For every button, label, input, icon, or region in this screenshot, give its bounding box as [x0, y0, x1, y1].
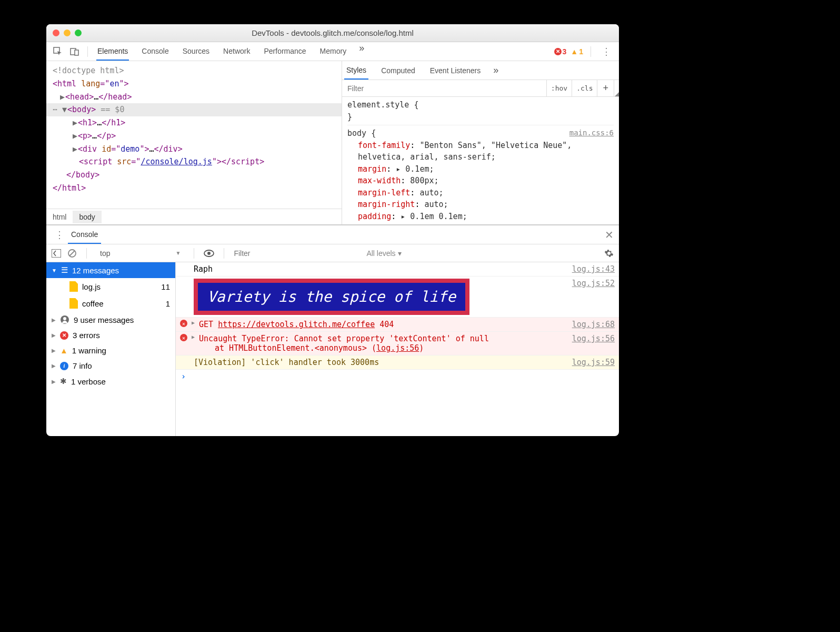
h1-node[interactable]: <h1>	[78, 118, 97, 127]
tab-elements[interactable]: Elements	[96, 43, 129, 61]
styles-tab-computed[interactable]: Computed	[379, 62, 417, 79]
minimize-window-button[interactable]	[64, 29, 71, 36]
close-drawer-icon[interactable]: ✕	[605, 229, 614, 241]
sidebar-file-coffee[interactable]: coffee1	[46, 295, 175, 312]
sidebar-warnings[interactable]: ▶▲1 warning	[46, 343, 175, 358]
styles-filter-row: :hov .cls +	[342, 80, 619, 97]
console-header: ⋮ Console ✕	[46, 225, 619, 244]
expand-caret-icon[interactable]: ▶	[73, 116, 78, 130]
log-message[interactable]: Raph log.js:43	[176, 262, 619, 276]
svg-line-5	[69, 251, 75, 256]
element-style-selector: element.style {	[347, 100, 418, 110]
source-link[interactable]: log.js:56	[572, 334, 615, 343]
script-node[interactable]: <script src="/console/log.js"></script>	[79, 157, 264, 166]
warning-icon: ▲	[571, 47, 578, 56]
styles-tabs: Styles Computed Event Listeners »	[342, 61, 619, 80]
collapse-caret-icon[interactable]: ▼	[62, 103, 67, 116]
tab-memory[interactable]: Memory	[319, 43, 348, 60]
gear-icon[interactable]	[604, 249, 614, 258]
toolbar-right: ✕3 ▲1 ⋮	[554, 46, 615, 57]
console-drawer-tab[interactable]: Console	[68, 226, 101, 244]
p-node[interactable]: <p>	[78, 131, 92, 141]
source-link[interactable]: log.js:56	[376, 343, 419, 353]
styles-filter-input[interactable]	[342, 84, 546, 93]
zoom-window-button[interactable]	[75, 29, 82, 36]
error-icon: ✕	[60, 331, 68, 340]
kebab-menu-icon[interactable]: ⋮	[598, 46, 615, 57]
head-node[interactable]: <head>	[65, 92, 94, 102]
styles-tab-styles[interactable]: Styles	[344, 62, 368, 80]
sidebar-verbose[interactable]: ▶✱1 verbose	[46, 373, 175, 389]
source-link[interactable]: log.js:52	[572, 279, 615, 288]
sidebar-info[interactable]: ▶i7 info	[46, 358, 175, 373]
tab-performance[interactable]: Performance	[263, 43, 307, 60]
crumb-html[interactable]: html	[46, 211, 73, 223]
window-title: DevTools - devtools.glitch.me/console/lo…	[46, 28, 619, 37]
sidebar-toggle-icon[interactable]	[52, 249, 61, 258]
css-rules[interactable]: element.style { } main.css:6 body { font…	[342, 97, 619, 224]
crumb-body[interactable]: body	[73, 211, 101, 223]
warning-count-badge[interactable]: ▲1	[571, 47, 583, 56]
expand-caret-icon[interactable]: ▶	[60, 91, 65, 104]
context-selector[interactable]: top▼	[96, 248, 184, 259]
close-window-button[interactable]	[53, 29, 59, 36]
chevron-right-icon: ▶	[192, 320, 195, 325]
panel-tabs: Elements Console Sources Network Perform…	[96, 43, 364, 60]
sidebar-file-logjs[interactable]: log.js11	[46, 278, 175, 295]
clear-console-icon[interactable]	[67, 249, 77, 258]
console-messages: Raph log.js:43 Variety is the spice of l…	[176, 262, 619, 436]
bug-icon: ✱	[60, 377, 67, 386]
tab-console[interactable]: Console	[141, 43, 169, 60]
error-count-badge[interactable]: ✕3	[554, 47, 567, 56]
url-link[interactable]: https://devtools.glitch.me/coffee	[218, 320, 375, 329]
drawer-menu-icon[interactable]: ⋮	[52, 229, 68, 241]
source-link[interactable]: log.js:59	[572, 358, 615, 367]
js-error-message[interactable]: ✕ ▶ Uncaught TypeError: Cannot set prope…	[176, 332, 619, 355]
sidebar-all-messages[interactable]: ▼ ☰ 12 messages	[46, 262, 175, 278]
svg-rect-2	[75, 50, 78, 55]
eye-icon[interactable]	[204, 250, 214, 257]
info-icon: i	[60, 362, 68, 370]
sidebar-user-messages[interactable]: ▶9 user messages	[46, 312, 175, 328]
list-icon: ☰	[61, 265, 68, 275]
violation-message[interactable]: [Violation] 'click' handler took 3000ms …	[176, 355, 619, 370]
devtools-window: DevTools - devtools.glitch.me/console/lo…	[46, 24, 619, 436]
more-tabs-icon[interactable]: »	[493, 65, 498, 76]
styled-log-message[interactable]: Variety is the spice of life log.js:52	[176, 276, 619, 318]
css-source-link[interactable]: main.css:6	[569, 127, 614, 139]
console-drawer: ⋮ Console ✕ top▼ All levels ▾ ▼ ☰ 12 mes…	[46, 225, 619, 436]
inspect-element-icon[interactable]	[51, 44, 65, 59]
expand-caret-icon[interactable]: ▶	[73, 130, 78, 143]
styles-tab-event-listeners[interactable]: Event Listeners	[428, 62, 483, 79]
tab-sources[interactable]: Sources	[182, 43, 211, 60]
chevron-right-icon: ▶	[52, 348, 56, 353]
sidebar-errors[interactable]: ▶✕3 errors	[46, 328, 175, 343]
chevron-right-icon: ▶	[192, 334, 195, 340]
chevron-down-icon: ▼	[52, 268, 57, 273]
tab-network[interactable]: Network	[222, 43, 251, 60]
div-node[interactable]: <div id="demo">	[78, 144, 149, 154]
console-prompt[interactable]: ›	[176, 370, 619, 383]
cls-toggle[interactable]: .cls	[572, 80, 597, 96]
warning-icon: ▲	[60, 346, 68, 355]
selected-body-node[interactable]: ⋯ ▼<body> == $0	[46, 103, 342, 116]
titlebar: DevTools - devtools.glitch.me/console/lo…	[46, 24, 619, 42]
source-link[interactable]: log.js:68	[572, 320, 615, 329]
expand-caret-icon[interactable]: ▶	[73, 143, 78, 156]
levels-dropdown[interactable]: All levels ▾	[366, 249, 401, 258]
main-toolbar: Elements Console Sources Network Perform…	[46, 42, 619, 61]
device-toolbar-icon[interactable]	[67, 44, 82, 59]
error-icon: ✕	[180, 334, 187, 341]
dom-tree: <!doctype html> <html lang="en"> ▶<head>…	[46, 61, 342, 224]
source-link[interactable]: log.js:43	[572, 264, 615, 274]
svg-point-9	[63, 317, 66, 320]
network-error-message[interactable]: ✕ ▶ GET https://devtools.glitch.me/coffe…	[176, 318, 619, 332]
new-style-rule-icon[interactable]: +	[597, 80, 614, 96]
more-tabs-icon[interactable]: »	[359, 43, 364, 60]
styles-panel: Styles Computed Event Listeners » :hov .…	[342, 61, 619, 224]
dom-body[interactable]: <!doctype html> <html lang="en"> ▶<head>…	[46, 61, 342, 209]
elements-panel: <!doctype html> <html lang="en"> ▶<head>…	[46, 61, 619, 225]
hov-toggle[interactable]: :hov	[546, 80, 572, 96]
error-icon: ✕	[554, 48, 562, 55]
console-filter-input[interactable]	[234, 249, 360, 258]
